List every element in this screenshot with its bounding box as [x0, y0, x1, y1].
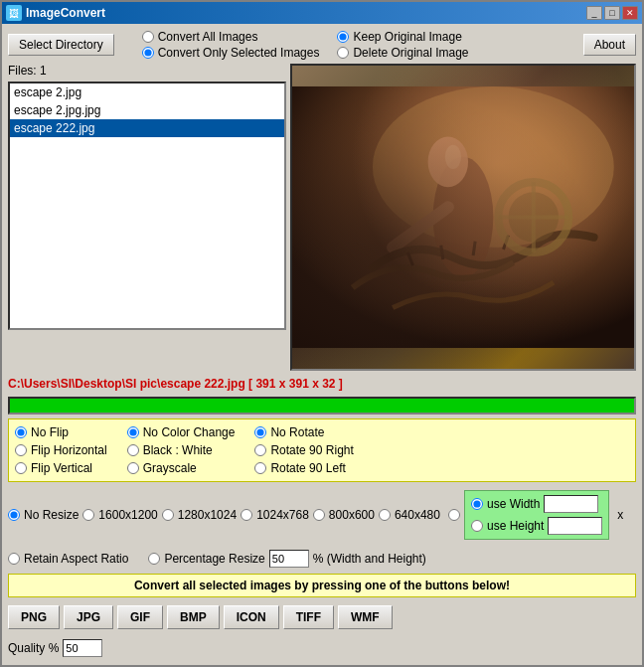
convert-selected-radio[interactable]	[142, 47, 154, 59]
flip-horizontal-label: Flip Horizontal	[31, 443, 107, 457]
custom-size-panel: use Width use Height	[464, 490, 609, 540]
wmf-button[interactable]: WMF	[338, 605, 393, 629]
resize-row: No Resize 1600x1200 1280x1024 1024x768 8…	[8, 486, 636, 544]
svg-rect-0	[292, 86, 634, 348]
resize-1280-label: 1280x1024	[178, 508, 237, 522]
svg-point-2	[433, 157, 494, 277]
files-label: Files: 1	[8, 64, 286, 78]
resize-800-label: 800x600	[329, 508, 375, 522]
preview-svg	[292, 66, 634, 369]
rotate-90-left-label: Rotate 90 Left	[270, 461, 345, 475]
keep-original-radio[interactable]	[337, 31, 349, 43]
titlebar-buttons: _ □ ✕	[586, 6, 638, 20]
flip-vertical-radio[interactable]	[15, 462, 27, 474]
flip-options: No Flip Flip Horizontal Flip Vertical	[15, 425, 107, 475]
percentage-resize-label: Percentage Resize	[164, 552, 264, 566]
preview-image	[292, 66, 634, 369]
keep-original-label: Keep Original Image	[353, 30, 461, 44]
file-list: escape 2.jpg escape 2.jpg.jpg escape 222…	[8, 82, 286, 330]
retain-aspect-radio[interactable]	[8, 553, 20, 565]
file-item-1[interactable]: escape 2.jpg	[10, 83, 284, 101]
convert-label: Convert all selected images by pressing …	[8, 574, 636, 597]
titlebar: 🖼 ImageConvert _ □ ✕	[2, 2, 642, 24]
png-button[interactable]: PNG	[8, 605, 60, 629]
no-resize-radio[interactable]	[8, 509, 20, 521]
bmp-button[interactable]: BMP	[167, 605, 220, 629]
flip-horizontal-radio[interactable]	[15, 444, 27, 456]
jpg-button[interactable]: JPG	[64, 605, 113, 629]
svg-point-1	[373, 86, 614, 248]
format-buttons: PNG JPG GIF BMP ICON TIFF WMF	[8, 601, 636, 633]
resize-800-radio[interactable]	[313, 509, 325, 521]
convert-all-label: Convert All Images	[158, 30, 258, 44]
file-item-2[interactable]: escape 2.jpg.jpg	[10, 101, 284, 119]
window-title: ImageConvert	[26, 6, 105, 20]
resize-1600-label: 1600x1200	[98, 508, 157, 522]
grayscale-radio[interactable]	[127, 462, 139, 474]
maximize-button[interactable]: □	[604, 6, 620, 20]
icon-button[interactable]: ICON	[224, 605, 279, 629]
quality-input[interactable]	[63, 639, 102, 657]
rotate-90-left-radio[interactable]	[254, 462, 266, 474]
quality-label: Quality %	[8, 641, 59, 655]
file-item-3[interactable]: escape 222.jpg	[10, 119, 284, 137]
convert-all-radio[interactable]	[142, 31, 154, 43]
svg-line-8	[503, 236, 508, 250]
svg-point-13	[445, 145, 461, 169]
resize-1024-radio[interactable]	[241, 509, 252, 521]
rotate-options: No Rotate Rotate 90 Right Rotate 90 Left	[254, 425, 353, 475]
svg-line-7	[473, 242, 475, 255]
about-button[interactable]: About	[583, 34, 636, 56]
use-width-label: use Width	[487, 497, 540, 511]
resize-custom-radio[interactable]	[448, 509, 460, 521]
no-color-change-radio[interactable]	[127, 426, 139, 438]
no-flip-label: No Flip	[31, 425, 69, 439]
black-white-label: Black : White	[143, 443, 213, 457]
grayscale-label: Grayscale	[143, 461, 197, 475]
resize-1280-radio[interactable]	[162, 509, 174, 521]
x-label: x	[617, 508, 623, 522]
options-panel: No Flip Flip Horizontal Flip Vertical No…	[8, 418, 636, 482]
rotate-90-right-label: Rotate 90 Right	[270, 443, 353, 457]
quality-row: Quality %	[8, 637, 636, 659]
close-button[interactable]: ✕	[622, 6, 638, 20]
delete-original-radio[interactable]	[337, 47, 349, 59]
no-color-change-label: No Color Change	[143, 425, 236, 439]
svg-line-6	[441, 246, 443, 259]
flip-vertical-label: Flip Vertical	[31, 461, 92, 475]
no-rotate-label: No Rotate	[270, 425, 324, 439]
width-input[interactable]	[544, 495, 598, 513]
select-directory-button[interactable]: Select Directory	[8, 34, 114, 56]
app-icon: 🖼	[6, 5, 22, 21]
convert-selected-label: Convert Only Selected Images	[158, 46, 320, 60]
percentage-input[interactable]	[269, 550, 309, 568]
color-options: No Color Change Black : White Grayscale	[127, 425, 236, 475]
resize-640-radio[interactable]	[379, 509, 391, 521]
preview-panel	[290, 64, 636, 371]
rotate-90-right-radio[interactable]	[254, 444, 266, 456]
resize-640-label: 640x480	[395, 508, 440, 522]
extra-resize-row: Retain Aspect Ratio Percentage Resize % …	[8, 548, 636, 570]
no-resize-label: No Resize	[24, 508, 79, 522]
tiff-button[interactable]: TIFF	[283, 605, 334, 629]
svg-point-9	[498, 182, 568, 252]
percentage-resize-radio[interactable]	[148, 553, 160, 565]
svg-point-3	[428, 137, 468, 188]
no-rotate-radio[interactable]	[254, 426, 266, 438]
use-width-radio[interactable]	[471, 498, 483, 510]
delete-original-label: Delete Original Image	[353, 46, 468, 60]
svg-point-10	[509, 192, 560, 243]
gif-button[interactable]: GIF	[117, 605, 163, 629]
progress-bar-container	[8, 397, 636, 415]
black-white-radio[interactable]	[127, 444, 139, 456]
resize-1024-label: 1024x768	[256, 508, 309, 522]
retain-aspect-label: Retain Aspect Ratio	[24, 552, 128, 566]
svg-line-4	[393, 207, 448, 247]
height-input[interactable]	[548, 517, 602, 535]
info-path: C:\Users\SI\Desktop\SI pic\escape 222.jp…	[8, 375, 636, 393]
use-height-radio[interactable]	[471, 520, 483, 532]
minimize-button[interactable]: _	[586, 6, 602, 20]
no-flip-radio[interactable]	[15, 426, 27, 438]
resize-1600-radio[interactable]	[82, 509, 94, 521]
progress-bar-fill	[10, 399, 634, 413]
